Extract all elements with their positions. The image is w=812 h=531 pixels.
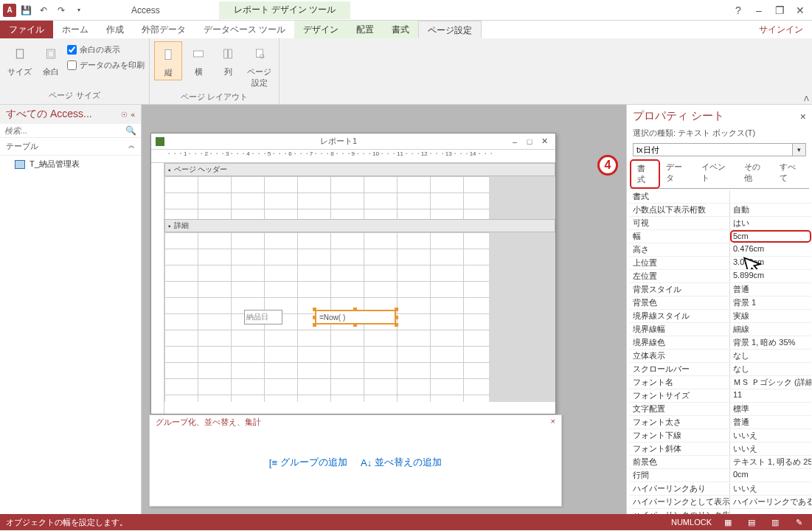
- selection-handle[interactable]: [313, 308, 316, 311]
- property-value[interactable]: 0.476cm: [730, 243, 811, 256]
- property-row[interactable]: フォントサイズ11: [630, 389, 811, 403]
- close-button[interactable]: ✕: [791, 3, 809, 18]
- property-value[interactable]: [730, 509, 811, 514]
- property-value[interactable]: テキスト 1, 明るめ 25%: [730, 456, 811, 468]
- tab-external-data[interactable]: 外部データ: [133, 21, 195, 38]
- portrait-button[interactable]: 縦: [154, 41, 182, 80]
- property-value[interactable]: 5.899cm: [730, 270, 811, 282]
- property-value[interactable]: はい: [730, 217, 811, 229]
- property-value[interactable]: なし: [730, 363, 811, 375]
- print-data-only-checkbox[interactable]: データのみを印刷: [67, 60, 145, 71]
- prop-tab-event[interactable]: イベント: [695, 159, 738, 188]
- property-value[interactable]: いいえ: [730, 442, 811, 455]
- textbox-control-selected[interactable]: =Now( ): [315, 310, 396, 324]
- property-row[interactable]: 背景スタイル普通: [630, 283, 811, 296]
- property-value[interactable]: 自動: [730, 204, 811, 216]
- columns-button[interactable]: 列: [215, 41, 241, 79]
- report-max-button[interactable]: □: [523, 136, 536, 148]
- report-view-icon[interactable]: ▦: [721, 516, 735, 528]
- tab-design[interactable]: デザイン: [294, 21, 347, 38]
- property-value[interactable]: 11: [730, 389, 811, 402]
- search-icon[interactable]: 🔍: [125, 125, 136, 136]
- help-button[interactable]: ?: [729, 3, 747, 18]
- page-setup-button[interactable]: ページ 設定: [244, 41, 274, 90]
- prop-tab-format[interactable]: 書式: [630, 159, 660, 189]
- selection-handle[interactable]: [395, 308, 398, 311]
- selection-handle[interactable]: [395, 316, 398, 319]
- tab-file[interactable]: ファイル: [0, 21, 53, 38]
- save-icon[interactable]: 💾: [18, 2, 34, 18]
- property-sheet-close-icon[interactable]: ×: [800, 111, 806, 122]
- property-object-dropdown-icon[interactable]: ▾: [793, 143, 806, 156]
- data-only-check[interactable]: [67, 60, 77, 70]
- selection-handle[interactable]: [353, 323, 357, 327]
- show-margins-check[interactable]: [67, 45, 77, 55]
- property-value[interactable]: ハイパーリンクである場合: [730, 496, 811, 508]
- search-input[interactable]: [4, 126, 125, 135]
- print-preview-icon[interactable]: ▤: [744, 516, 759, 528]
- horizontal-ruler[interactable]: ・・・1・・・2・・・3・・・4・・・5・・・6・・・7・・・8・・・9・・・1…: [151, 150, 555, 163]
- property-row[interactable]: 書式: [630, 190, 811, 204]
- group-sort-close-icon[interactable]: ×: [551, 417, 555, 428]
- property-value[interactable]: なし: [730, 350, 811, 362]
- redo-icon[interactable]: ↷: [53, 2, 69, 18]
- nav-header[interactable]: すべての Access... ☉ «: [0, 105, 141, 124]
- signin-link[interactable]: サインイン: [750, 21, 812, 38]
- property-value[interactable]: 背景 1, 暗め 35%: [730, 336, 811, 349]
- design-canvas[interactable]: ▪ ページ ヘッダー ▪ 詳細 納品日 =Now( ): [164, 163, 555, 414]
- selection-handle[interactable]: [313, 323, 316, 327]
- margins-button[interactable]: 余白: [38, 41, 64, 79]
- property-row[interactable]: 可視はい: [630, 217, 811, 230]
- qat-dropdown-icon[interactable]: ▾: [71, 2, 87, 18]
- property-row[interactable]: 幅5cm: [630, 230, 811, 243]
- tab-page-setup[interactable]: ページ設定: [418, 21, 482, 38]
- selection-handle[interactable]: [395, 323, 398, 327]
- page-header-section-bar[interactable]: ▪ ページ ヘッダー: [164, 163, 555, 176]
- add-sort-link[interactable]: A↓ 並べ替えの追加: [361, 456, 442, 469]
- restore-button[interactable]: ❐: [771, 3, 788, 18]
- property-value[interactable]: 実線: [730, 310, 811, 322]
- property-value[interactable]: いいえ: [730, 482, 811, 495]
- nav-dropdown-icon[interactable]: ☉: [121, 111, 128, 119]
- nav-item-table[interactable]: T_納品管理表: [0, 156, 141, 173]
- property-row[interactable]: フォント斜体いいえ: [630, 442, 811, 456]
- tab-home[interactable]: ホーム: [53, 21, 97, 38]
- property-value[interactable]: 標準: [730, 403, 811, 415]
- property-row[interactable]: 行間0cm: [630, 469, 811, 482]
- landscape-button[interactable]: 横: [185, 41, 212, 79]
- property-row[interactable]: 境界線スタイル実線: [630, 310, 811, 323]
- prop-tab-all[interactable]: すべて: [774, 159, 809, 188]
- property-value[interactable]: 背景 1: [730, 296, 811, 309]
- label-control[interactable]: 納品日: [244, 310, 282, 324]
- layout-view-icon[interactable]: ▥: [768, 516, 782, 528]
- detail-section-bar[interactable]: ▪ 詳細: [164, 219, 555, 232]
- property-row[interactable]: フォント太さ普通: [630, 416, 811, 429]
- ribbon-collapse-icon[interactable]: ᐱ: [804, 94, 809, 103]
- property-row[interactable]: 左位置5.899cm: [630, 270, 811, 283]
- property-row[interactable]: 小数点以下表示桁数自動: [630, 204, 811, 217]
- property-row[interactable]: 立体表示なし: [630, 350, 811, 363]
- property-row[interactable]: 境界線色背景 1, 暗め 35%: [630, 336, 811, 350]
- property-value[interactable]: 普通: [730, 283, 811, 296]
- nav-collapse-icon[interactable]: «: [131, 111, 135, 119]
- prop-tab-other[interactable]: その他: [738, 159, 774, 188]
- property-row[interactable]: 前景色テキスト 1, 明るめ 25%: [630, 456, 811, 469]
- undo-icon[interactable]: ↶: [35, 2, 52, 18]
- prop-tab-data[interactable]: データ: [660, 159, 695, 188]
- property-value[interactable]: 細線: [730, 323, 811, 336]
- property-value[interactable]: ＭＳ Ｐゴシック (詳細): [730, 376, 811, 389]
- nav-category-tables[interactable]: テーブル ︽: [0, 138, 141, 156]
- property-row[interactable]: フォント下線いいえ: [630, 429, 811, 442]
- property-row[interactable]: 背景色背景 1: [630, 296, 811, 310]
- property-row[interactable]: スクロールバーなし: [630, 363, 811, 376]
- tab-database-tools[interactable]: データベース ツール: [195, 21, 294, 38]
- property-row[interactable]: ハイパーリンクのリンク先: [630, 509, 811, 514]
- design-view-icon[interactable]: ✎: [791, 516, 806, 528]
- tab-format[interactable]: 書式: [383, 21, 418, 38]
- minimize-button[interactable]: –: [750, 3, 768, 18]
- property-row[interactable]: ハイパーリンクとして表示ハイパーリンクである場合: [630, 496, 811, 509]
- property-value[interactable]: いいえ: [730, 429, 811, 442]
- add-group-link[interactable]: [≡ グループの追加: [269, 456, 347, 469]
- property-object-input[interactable]: [633, 143, 793, 156]
- page-header-body[interactable]: [164, 176, 555, 219]
